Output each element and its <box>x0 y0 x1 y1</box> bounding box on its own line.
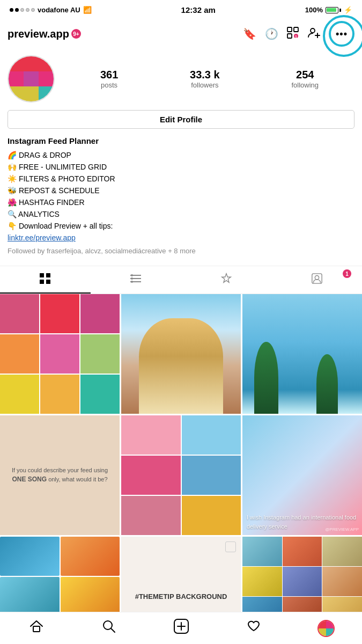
stats: 361 posts 33.3 k followers 254 following <box>64 69 354 89</box>
avatar-cell <box>9 56 24 71</box>
posts-stat[interactable]: 361 posts <box>100 69 118 89</box>
svg-point-15 <box>131 274 133 276</box>
svg-rect-2 <box>287 34 292 38</box>
song-text: If you could describe your feed using ON… <box>4 466 115 484</box>
more-dots-icon: ••• <box>336 28 348 40</box>
tab-saved[interactable] <box>181 266 272 294</box>
top-nav: preview.app 9+ 🔖 🕐 1 ••• <box>0 18 362 51</box>
profile-tabs: 1 <box>0 266 362 294</box>
add-nav-item[interactable] <box>168 615 195 642</box>
following-stat[interactable]: 254 following <box>291 69 319 89</box>
bio-link[interactable]: linktr.ee/preview.app <box>8 233 76 242</box>
search-icon <box>101 619 116 638</box>
person-tag-icon <box>311 273 323 287</box>
avatar <box>8 55 55 103</box>
svg-point-16 <box>131 277 133 280</box>
followers-stat[interactable]: 33.3 k followers <box>190 69 220 89</box>
bio-line-6: 🔍 ANALYTICS <box>8 209 354 220</box>
followed-by: Followed by fraserfeijoa, alcvz, socialm… <box>8 246 354 257</box>
dot5 <box>31 8 35 12</box>
followers-count: 33.3 k <box>190 69 220 81</box>
edit-profile-button[interactable]: Edit Profile <box>8 110 354 129</box>
heart-icon <box>246 619 261 638</box>
grid-item-food-text[interactable]: I wish Instagram had an international fo… <box>242 415 362 535</box>
status-bar: vodafone AU 📶 12:32 am 100% ⚡ <box>0 0 362 18</box>
charging-icon: ⚡ <box>344 6 352 14</box>
notification-badge: 9+ <box>71 29 81 39</box>
add-icon <box>173 618 189 638</box>
battery-icon <box>326 7 341 13</box>
bio-line-1: 🌈 DRAG & DROP <box>8 150 354 161</box>
grid-item-mini-mosaic[interactable] <box>121 415 241 535</box>
wifi-icon: 📶 <box>83 6 92 14</box>
svg-rect-20 <box>33 626 40 632</box>
avatar-cell <box>39 71 54 86</box>
svg-point-17 <box>131 281 133 283</box>
heart-nav-item[interactable] <box>240 615 267 642</box>
preview-watermark: @PREVIEW.APP <box>325 527 359 532</box>
tagged-notif-badge: 1 <box>343 269 351 278</box>
avatar-cell <box>39 56 54 71</box>
add-user-icon[interactable] <box>307 26 320 42</box>
grid-item-song-text[interactable]: If you could describe your feed using ON… <box>0 415 120 535</box>
status-left: vodafone AU 📶 <box>10 6 92 14</box>
svg-rect-1 <box>294 27 298 32</box>
profile-top: 361 posts 33.3 k followers 254 following <box>8 55 354 103</box>
dot1 <box>10 8 13 12</box>
avatar-cell <box>9 86 24 101</box>
bio-line-4: 🐝 REPOST & SCHEDULE <box>8 185 354 196</box>
avatar-cell <box>24 86 39 101</box>
grid-item-hair[interactable] <box>121 294 241 414</box>
bio-line-7: 👇 Download Preview + all tips: <box>8 221 354 232</box>
grid-item-palms[interactable] <box>242 294 362 414</box>
tab-grid[interactable] <box>0 266 91 294</box>
svg-text:1: 1 <box>295 35 297 39</box>
search-nav-item[interactable] <box>95 615 122 642</box>
following-label: following <box>291 81 319 89</box>
more-options-button[interactable]: ••• <box>329 21 354 47</box>
home-icon <box>29 619 44 638</box>
bookmark-icon[interactable]: 🔖 <box>243 27 256 40</box>
avatar-cell <box>24 56 39 71</box>
svg-point-19 <box>315 276 319 280</box>
profile-section: 361 posts 33.3 k followers 254 following… <box>0 51 362 261</box>
svg-line-22 <box>111 629 115 633</box>
svg-rect-0 <box>287 27 292 32</box>
svg-rect-11 <box>46 280 50 284</box>
nav-icons: 🔖 🕐 1 ••• <box>243 21 354 47</box>
grid-icon <box>39 273 51 287</box>
app-name: preview.app <box>8 28 69 40</box>
avatar-cell <box>39 86 54 101</box>
following-count: 254 <box>291 69 319 81</box>
feed-grid: If you could describe your feed using ON… <box>0 294 362 644</box>
bio-line-2: 🙌 FREE - UNLIMITED GRID <box>8 162 354 173</box>
app-name-area: preview.app 9+ <box>8 28 81 40</box>
carrier-label: vodafone AU <box>38 6 80 14</box>
posts-label: posts <box>100 81 118 89</box>
profile-avatar <box>317 620 335 637</box>
status-right: 100% ⚡ <box>305 6 352 14</box>
signal-dots <box>10 8 35 12</box>
avatar-grid <box>9 56 54 101</box>
grid-item-mosaic[interactable] <box>0 294 120 414</box>
dot4 <box>26 8 29 12</box>
home-nav-item[interactable] <box>23 615 50 642</box>
star-icon <box>220 273 232 287</box>
avatar-cell <box>24 71 39 86</box>
history-icon[interactable]: 🕐 <box>265 27 278 40</box>
bio-name: Instagram Feed Planner <box>8 135 354 148</box>
svg-point-21 <box>104 621 112 630</box>
theme-tip-text: #THEMETIP BACKGROUND <box>135 591 227 602</box>
battery-percent: 100% <box>305 6 323 14</box>
svg-rect-10 <box>40 280 44 284</box>
dot2 <box>15 8 19 12</box>
svg-rect-9 <box>46 273 50 277</box>
profile-nav-item[interactable] <box>313 615 339 642</box>
bottom-nav <box>0 612 362 644</box>
list-icon <box>130 273 142 287</box>
status-time: 12:32 am <box>181 5 216 14</box>
dot3 <box>20 8 24 12</box>
tab-list[interactable] <box>91 266 181 294</box>
tab-tagged[interactable]: 1 <box>271 266 362 294</box>
grid-starred-icon[interactable]: 1 <box>287 27 299 41</box>
